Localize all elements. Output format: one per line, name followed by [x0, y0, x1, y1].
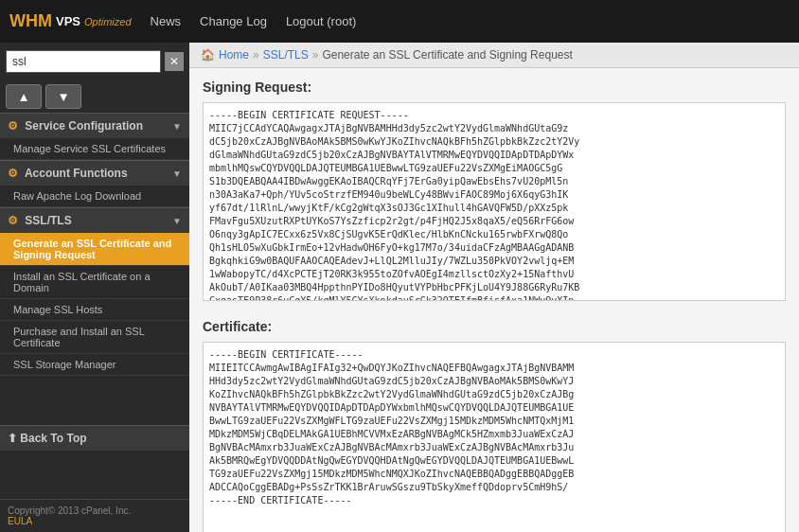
nav-link-logout[interactable]: Logout (root) [286, 14, 356, 28]
account-gear-icon: ⚙ [8, 167, 18, 180]
service-config-label: ⚙ Service Configuration [8, 119, 143, 133]
nav-next-button[interactable]: ▼ [45, 84, 81, 109]
certificate-section: Certificate: -----BEGIN CERTIFICATE-----… [203, 319, 786, 532]
search-input[interactable] [6, 50, 161, 73]
breadcrumb: 🏠 Home » SSL/TLS » Generate an SSL Certi… [189, 43, 799, 68]
ssl-collapse-icon: ▼ [172, 216, 182, 226]
breadcrumb-sep-2: » [312, 48, 319, 62]
section-ssl-tls[interactable]: ⚙ SSL/TLS ▼ [0, 207, 189, 233]
account-collapse-icon: ▼ [172, 168, 182, 179]
breadcrumb-home[interactable]: Home [219, 48, 249, 62]
copyright: Copyright© 2013 cPanel, Inc. EULA [0, 499, 189, 532]
nav-link-changelog[interactable]: Change Log [200, 14, 267, 28]
nav-arrows: ▲ ▼ [0, 80, 189, 113]
signing-request-textarea[interactable]: -----BEGIN CERTIFICATE REQUEST----- MIIC… [203, 102, 786, 301]
account-functions-label: ⚙ Account Functions [8, 167, 128, 180]
eula-link[interactable]: EULA [8, 516, 32, 526]
content-area: Signing Request: -----BEGIN CERTIFICATE … [189, 68, 799, 532]
back-to-top-label: ⬆ Back To Top [8, 432, 87, 445]
logo: WHM VPS Optimized [9, 11, 132, 31]
sidebar: ✕ ▲ ▼ ⚙ Service Configuration ▼ Manage S… [0, 43, 189, 532]
sidebar-item-apache-log[interactable]: Raw Apache Log Download [0, 186, 189, 207]
certificate-textarea[interactable]: -----BEGIN CERTIFICATE----- MIIEITCCAwmg… [203, 342, 786, 532]
nav-link-news[interactable]: News [151, 14, 182, 28]
search-clear-button[interactable]: ✕ [165, 52, 184, 71]
gear-icon: ⚙ [8, 119, 18, 133]
ssl-tls-label: ⚙ SSL/TLS [8, 214, 72, 227]
copyright-text: Copyright© 2013 cPanel, Inc. [8, 505, 131, 516]
section-account-functions[interactable]: ⚙ Account Functions ▼ [0, 160, 189, 186]
ssl-gear-icon: ⚙ [8, 214, 18, 227]
sidebar-item-ssl-storage[interactable]: SSL Storage Manager [0, 354, 189, 376]
layout: ✕ ▲ ▼ ⚙ Service Configuration ▼ Manage S… [0, 43, 799, 532]
section-back-to-top[interactable]: ⬆ Back To Top [0, 425, 189, 451]
up-icon: ⬆ [8, 432, 17, 445]
search-area: ✕ [0, 43, 189, 80]
sidebar-item-purchase-ssl[interactable]: Purchase and Install an SSL Certificate [0, 321, 189, 354]
main-content: 🏠 Home » SSL/TLS » Generate an SSL Certi… [189, 43, 799, 532]
breadcrumb-current: Generate an SSL Certificate and Signing … [322, 48, 572, 62]
breadcrumb-sep-1: » [253, 48, 259, 62]
signing-request-title: Signing Request: [203, 80, 786, 95]
sidebar-item-manage-ssl-certs[interactable]: Manage Service SSL Certificates [0, 138, 189, 160]
logo-whm: WHM [9, 11, 52, 31]
logo-vps: VPS [56, 14, 80, 28]
logo-optimized: Optimized [84, 16, 132, 27]
home-icon: 🏠 [201, 48, 215, 62]
certificate-title: Certificate: [203, 319, 786, 334]
signing-request-section: Signing Request: -----BEGIN CERTIFICATE … [203, 80, 786, 304]
sidebar-item-generate-ssl[interactable]: Generate an SSL Certificate and Signing … [0, 233, 189, 266]
collapse-icon: ▼ [172, 121, 182, 132]
nav-prev-button[interactable]: ▲ [6, 84, 42, 109]
top-navigation: WHM VPS Optimized News Change Log Logout… [0, 0, 799, 43]
sidebar-item-install-ssl[interactable]: Install an SSL Certificate on a Domain [0, 266, 189, 299]
section-service-config[interactable]: ⚙ Service Configuration ▼ [0, 113, 189, 138]
sidebar-item-manage-hosts[interactable]: Manage SSL Hosts [0, 299, 189, 321]
breadcrumb-ssl-tls[interactable]: SSL/TLS [263, 48, 309, 62]
